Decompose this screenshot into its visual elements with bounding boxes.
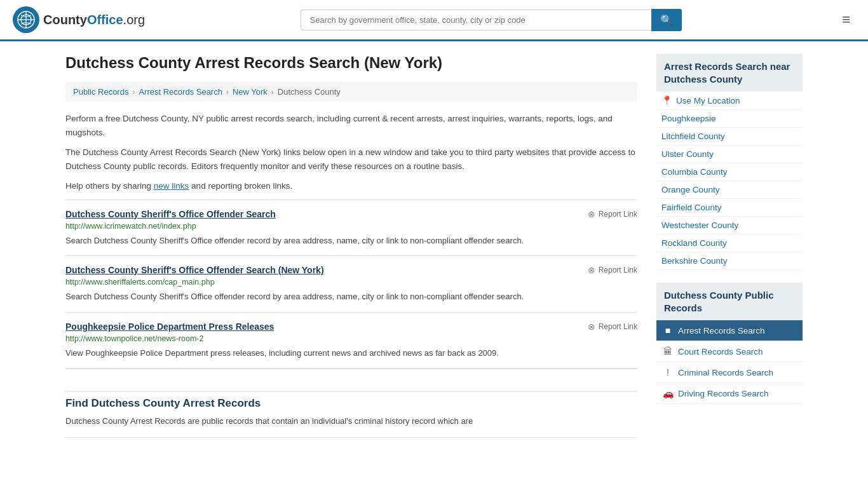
sidebar-nav-link[interactable]: Arrest Records Search [678,326,765,336]
intro-paragraph-1: Perform a free Dutchess County, NY publi… [65,112,637,139]
sidebar-nearby-link[interactable]: Ulster County [661,149,714,159]
result-title[interactable]: Dutchess County Sheriff's Office Offende… [65,265,324,275]
nav-item-icon: ■ [663,325,673,336]
result-header: Dutchess County Sheriff's Office Offende… [65,265,637,275]
result-header: Dutchess County Sheriff's Office Offende… [65,209,637,219]
nav-item-icon: 🚗 [663,388,673,398]
location-pin-icon: 📍 [661,95,672,105]
sidebar-nearby-item[interactable]: Poughkeepsie [656,110,803,128]
sidebar-nearby-item[interactable]: Fairfield County [656,199,803,217]
breadcrumb-current: Dutchess County [278,87,341,97]
sidebar-nearby-link[interactable]: Berkshire County [661,256,728,266]
page-title: Dutchess County Arrest Records Search (N… [65,54,637,72]
breadcrumb-sep-1: › [132,88,135,97]
result-card: Dutchess County Sheriff's Office Offende… [65,200,637,256]
new-links-link[interactable]: new links [154,181,189,191]
sidebar-nearby-link[interactable]: Fairfield County [661,203,722,212]
sidebar-nearby-link[interactable]: Orange County [661,185,720,194]
results-container: Dutchess County Sheriff's Office Offende… [65,200,637,369]
sidebar-nearby-list: 📍 Use My Location PoughkeepsieLitchfield… [656,92,803,270]
sidebar-nearby-link[interactable]: Poughkeepsie [661,114,716,123]
search-button[interactable]: 🔍 [651,9,682,31]
breadcrumb-sep-2: › [226,88,229,97]
sidebar-nearby-section: Arrest Records Search near Dutchess Coun… [656,54,803,270]
sidebar-nav-container: ■ Arrest Records Search 🏛 Court Records … [656,320,803,404]
breadcrumb-public-records[interactable]: Public Records [73,87,128,97]
sidebar-nav-item[interactable]: 🏛 Court Records Search [656,341,803,362]
intro-paragraph-2: The Dutchess County Arrest Records Searc… [65,146,637,173]
sidebar-nav-link[interactable]: Court Records Search [678,347,763,356]
sidebar-nearby-item[interactable]: Columbia County [656,163,803,181]
result-url[interactable]: http://www.icrimewatch.net/index.php [65,222,637,231]
result-url[interactable]: http://www.sheriffalerts.com/cap_main.ph… [65,278,637,287]
site-header: CountyOffice.org 🔍 ≡ [0,0,868,41]
nav-item-icon: ! [663,367,673,377]
breadcrumb-arrest-records[interactable]: Arrest Records Search [139,87,222,97]
find-section: Find Dutchess County Arrest Records Dutc… [65,369,637,438]
menu-button[interactable]: ≡ [837,9,855,30]
sidebar-nearby-item[interactable]: Westchester County [656,217,803,234]
search-input[interactable] [301,10,651,30]
report-link-button[interactable]: ⊗ Report Link [588,322,637,332]
breadcrumb-sep-3: › [271,88,274,97]
logo-icon [13,6,39,33]
sidebar-nav-item[interactable]: 🚗 Driving Records Search [656,383,803,404]
nav-item-icon: 🏛 [663,346,673,356]
sidebar-nearby-item[interactable]: Litchfield County [656,128,803,146]
report-icon: ⊗ [588,209,595,219]
result-card: Poughkeepsie Police Department Press Rel… [65,312,637,369]
report-icon: ⊗ [588,265,595,275]
main-container: Dutchess County Arrest Records Search (N… [53,41,815,451]
intro-para3-pre: Help others by sharing [65,181,154,191]
content-area: Dutchess County Arrest Records Search (N… [65,54,637,438]
sidebar-nearby-item[interactable]: Rockland County [656,234,803,252]
find-section-text: Dutchess County Arrest Records are publi… [65,415,637,428]
logo-area[interactable]: CountyOffice.org [13,6,145,33]
sidebar-nearby-link[interactable]: Columbia County [661,167,728,177]
result-url[interactable]: http://www.townpolice.net/news-room-2 [65,334,637,343]
report-link-label: Report Link [599,266,637,274]
report-icon: ⊗ [588,322,595,332]
report-link-label: Report Link [599,322,637,331]
breadcrumb: Public Records › Arrest Records Search ›… [65,82,637,102]
sidebar-nearby-link[interactable]: Litchfield County [661,132,725,141]
sidebar-nav-link[interactable]: Criminal Records Search [678,368,773,377]
report-link-button[interactable]: ⊗ Report Link [588,265,637,275]
use-my-location-item[interactable]: 📍 Use My Location [656,92,803,110]
result-title[interactable]: Poughkeepsie Police Department Press Rel… [65,322,274,332]
sidebar-nav-item[interactable]: ■ Arrest Records Search [656,320,803,341]
sidebar-public-records-section: Dutchess County Public Records ■ Arrest … [656,283,803,404]
sidebar-nav-item[interactable]: ! Criminal Records Search [656,362,803,383]
intro-para3-post: and reporting broken links. [189,181,292,191]
sidebar-nearby-link[interactable]: Westchester County [661,220,738,230]
sidebar-nearby-title: Arrest Records Search near Dutchess Coun… [656,54,803,92]
result-description: View Poughkeepsie Police Department pres… [65,347,637,360]
result-title[interactable]: Dutchess County Sheriff's Office Offende… [65,209,276,219]
result-card: Dutchess County Sheriff's Office Offende… [65,255,637,312]
result-description: Search Dutchess County Sheriff's Office … [65,234,637,247]
report-link-button[interactable]: ⊗ Report Link [588,209,637,219]
sidebar-nav-link[interactable]: Driving Records Search [678,389,769,398]
breadcrumb-new-york[interactable]: New York [233,87,268,97]
result-description: Search Dutchess County Sheriff's Office … [65,290,637,303]
search-area: 🔍 [301,9,682,31]
intro-paragraph-3: Help others by sharing new links and rep… [65,179,637,193]
sidebar-nearby-link[interactable]: Rockland County [661,238,727,248]
result-header: Poughkeepsie Police Department Press Rel… [65,322,637,332]
use-my-location-link[interactable]: Use My Location [676,96,740,105]
find-section-heading: Find Dutchess County Arrest Records [65,391,637,410]
logo-text: CountyOffice.org [43,13,145,27]
sidebar-nearby-item[interactable]: Orange County [656,181,803,199]
sidebar: Arrest Records Search near Dutchess Coun… [656,54,803,438]
report-link-label: Report Link [599,210,637,219]
sidebar-nearby-item[interactable]: Ulster County [656,146,803,163]
sidebar-public-records-title: Dutchess County Public Records [656,283,803,320]
sidebar-nearby-item[interactable]: Berkshire County [656,252,803,270]
